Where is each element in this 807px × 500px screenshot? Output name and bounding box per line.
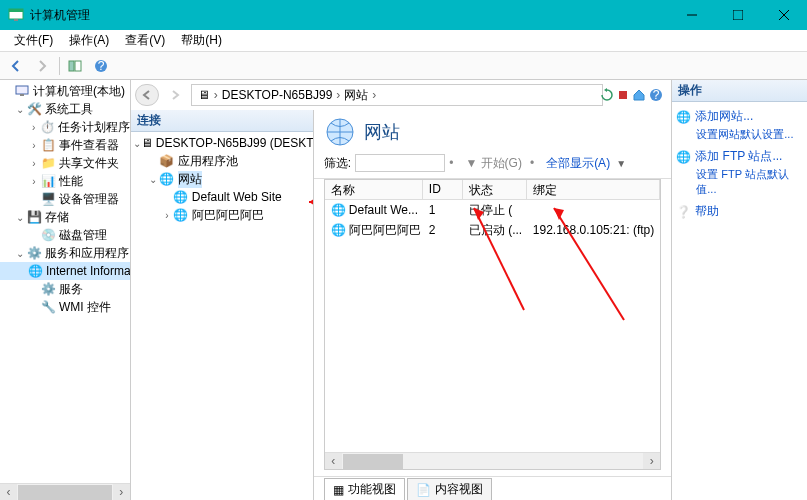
svg-text:?: ?	[98, 59, 105, 73]
expand-icon[interactable]: ›	[161, 210, 173, 221]
tree-device-manager[interactable]: 🖥️设备管理器	[0, 190, 130, 208]
table-row[interactable]: 🌐Default We... 1 已停止 (	[325, 200, 660, 220]
grid-scrollbar[interactable]: ‹ ›	[325, 452, 660, 469]
globe-add-icon: 🌐	[676, 110, 691, 124]
expand-icon[interactable]: ›	[28, 176, 40, 187]
expand-icon[interactable]: ›	[28, 158, 40, 169]
expand-icon[interactable]: ›	[28, 122, 40, 133]
tree-disk-management[interactable]: 💿磁盘管理	[0, 226, 130, 244]
content-pane: 网站 筛选: • ▼ 开始(G) • 全部显示(A) ▼ 名称 ID 状态	[314, 110, 671, 500]
connections-header: 连接	[131, 110, 313, 132]
globe-icon: 🌐	[173, 207, 189, 223]
action-help[interactable]: ❔帮助	[676, 203, 803, 220]
scroll-left-icon[interactable]: ‹	[0, 484, 17, 501]
titlebar: 计算机管理	[0, 0, 807, 30]
iis-pane: 🖥 › DESKTOP-N65BJ99 › 网站 › ? 连接 ⌄🖥DESKTO…	[131, 80, 672, 500]
maximize-button[interactable]	[715, 0, 761, 30]
conn-websites[interactable]: ⌄🌐网站	[133, 170, 311, 188]
scroll-left-icon[interactable]: ‹	[325, 453, 342, 469]
globe-icon: 🌐	[331, 203, 346, 217]
globe-add-icon: 🌐	[676, 150, 691, 164]
back-button[interactable]	[4, 55, 28, 77]
home-icon[interactable]	[632, 86, 646, 104]
svg-rect-13	[619, 91, 627, 99]
tree-task-scheduler[interactable]: ›⏱️任务计划程序	[0, 118, 130, 136]
tree-root[interactable]: 计算机管理(本地)	[0, 82, 130, 100]
menu-file[interactable]: 文件(F)	[6, 30, 61, 51]
nav-back-button[interactable]	[135, 84, 159, 106]
collapse-icon[interactable]: ⌄	[14, 104, 26, 115]
page-title: 网站	[364, 120, 400, 144]
tree-event-viewer[interactable]: ›📋事件查看器	[0, 136, 130, 154]
col-id[interactable]: ID	[423, 180, 463, 199]
conn-default-site[interactable]: 🌐Default Web Site	[133, 188, 311, 206]
forward-button[interactable]	[30, 55, 54, 77]
grid-header[interactable]: 名称 ID 状态 绑定	[325, 180, 660, 200]
list-icon: 📄	[416, 483, 431, 497]
show-all-link[interactable]: 全部显示(A)	[546, 155, 610, 172]
collapse-icon[interactable]: ⌄	[14, 248, 26, 259]
globe-icon: 🌐	[159, 171, 175, 187]
tree-storage[interactable]: ⌄💾存储	[0, 208, 130, 226]
minimize-button[interactable]	[669, 0, 715, 30]
tree-iis[interactable]: 🌐Internet Informat	[0, 262, 130, 280]
menu-help[interactable]: 帮助(H)	[173, 30, 230, 51]
view-tabs: ▦功能视图 📄内容视图	[314, 476, 671, 500]
menu-view[interactable]: 查看(V)	[117, 30, 173, 51]
scroll-right-icon[interactable]: ›	[113, 484, 130, 501]
app-pools-icon: 📦	[159, 153, 175, 169]
show-hide-tree-button[interactable]	[63, 55, 87, 77]
action-add-website[interactable]: 🌐添加网站...	[676, 106, 803, 127]
grid-body: 🌐Default We... 1 已停止 ( 🌐阿巴阿巴阿巴 2 已启动 (..…	[325, 200, 660, 452]
breadcrumb[interactable]: 🖥 › DESKTOP-N65BJ99 › 网站 ›	[191, 84, 603, 106]
col-name[interactable]: 名称	[325, 180, 423, 199]
globe-icon: 🌐	[173, 189, 189, 205]
left-scrollbar[interactable]: ‹ ›	[0, 483, 130, 500]
server-icon: 🖥	[141, 135, 153, 151]
col-binding[interactable]: 绑定	[527, 180, 660, 199]
action-ftp-defaults[interactable]: 设置 FTP 站点默认值...	[676, 167, 803, 197]
event-icon: 📋	[40, 137, 56, 153]
expand-icon[interactable]: ›	[28, 140, 40, 151]
help-icon[interactable]: ?	[649, 86, 663, 104]
conn-app-pools[interactable]: 📦应用程序池	[133, 152, 311, 170]
nav-forward-button[interactable]	[163, 84, 187, 106]
help-button[interactable]: ?	[89, 55, 113, 77]
refresh-icon[interactable]	[600, 86, 614, 104]
close-button[interactable]	[761, 0, 807, 30]
tree-shared-folders[interactable]: ›📁共享文件夹	[0, 154, 130, 172]
svg-rect-8	[75, 61, 81, 71]
action-website-defaults[interactable]: 设置网站默认设置...	[676, 127, 803, 142]
action-add-ftp[interactable]: 🌐添加 FTP 站点...	[676, 146, 803, 167]
filter-input[interactable]	[355, 154, 445, 172]
tree-wmi[interactable]: 🔧WMI 控件	[0, 298, 130, 316]
collapse-icon[interactable]: ⌄	[133, 138, 141, 149]
mmc-tree-pane: 计算机管理(本地) ⌄🛠️系统工具 ›⏱️任务计划程序 ›📋事件查看器 ›📁共享…	[0, 80, 131, 500]
dropdown-icon[interactable]: ▼	[616, 158, 626, 169]
conn-custom-site[interactable]: ›🌐阿巴阿巴阿巴	[133, 206, 311, 224]
connections-pane: 连接 ⌄🖥DESKTOP-N65BJ99 (DESKTOP 📦应用程序池 ⌄🌐网…	[131, 110, 314, 500]
tab-features-view[interactable]: ▦功能视图	[324, 478, 405, 500]
perf-icon: 📊	[40, 173, 56, 189]
svg-rect-1	[9, 9, 23, 12]
col-status[interactable]: 状态	[463, 180, 527, 199]
toolbar: ?	[0, 52, 807, 80]
stop-icon[interactable]	[617, 86, 629, 104]
table-row[interactable]: 🌐阿巴阿巴阿巴 2 已启动 (... 192.168.0.105:21: (ft…	[325, 220, 660, 240]
services-icon: ⚙️	[26, 245, 42, 261]
start-button[interactable]: ▼ 开始(G)	[465, 155, 522, 172]
tree-performance[interactable]: ›📊性能	[0, 172, 130, 190]
address-bar: 🖥 › DESKTOP-N65BJ99 › 网站 › ?	[131, 80, 671, 110]
computer-icon	[14, 83, 30, 99]
iis-icon: 🌐	[28, 263, 43, 279]
tree-services[interactable]: ⚙️服务	[0, 280, 130, 298]
collapse-icon[interactable]: ⌄	[147, 174, 159, 185]
conn-host[interactable]: ⌄🖥DESKTOP-N65BJ99 (DESKTOP	[133, 134, 311, 152]
tree-services-apps[interactable]: ⌄⚙️服务和应用程序	[0, 244, 130, 262]
menu-action[interactable]: 操作(A)	[61, 30, 117, 51]
collapse-icon[interactable]: ⌄	[14, 212, 26, 223]
scroll-right-icon[interactable]: ›	[643, 453, 660, 469]
tree-system-tools[interactable]: ⌄🛠️系统工具	[0, 100, 130, 118]
sites-grid: 名称 ID 状态 绑定 🌐Default We... 1 已停止 (	[324, 179, 661, 470]
tab-content-view[interactable]: 📄内容视图	[407, 478, 492, 500]
